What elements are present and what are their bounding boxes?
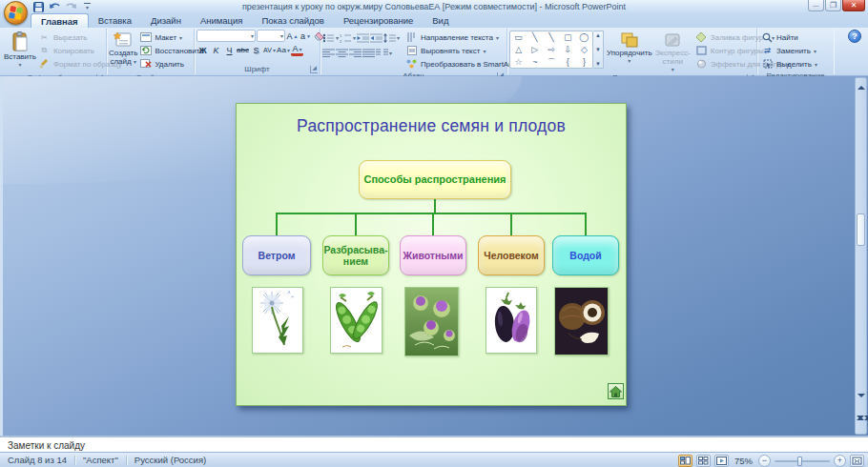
tab-vstavka[interactable]: Вставка xyxy=(89,13,141,28)
more-shapes-icon[interactable]: ▼ xyxy=(595,61,601,67)
convert-smartart-button[interactable]: Преобразовать в SmartArt▾ xyxy=(403,57,521,71)
arrange-button[interactable]: Упорядочить ▾ xyxy=(607,30,652,72)
zoom-in-button[interactable]: + xyxy=(834,455,846,467)
quick-styles-button[interactable]: Экспресс-стили ▾ xyxy=(655,30,691,72)
shape-icon[interactable]: ▢ xyxy=(560,31,576,44)
shape-icon[interactable]: } xyxy=(576,56,592,69)
grow-font-button[interactable]: А▲ xyxy=(286,30,299,42)
diagram-box-razbrasyvaniem[interactable]: Разбрасыва-нием xyxy=(322,235,389,275)
increase-indent-button[interactable] xyxy=(370,31,382,44)
new-slide-button[interactable]: Создать слайд ▾ xyxy=(109,30,137,72)
shape-icon[interactable]: ⇩ xyxy=(560,44,576,56)
shape-icon[interactable]: ╲ xyxy=(543,31,559,44)
slide[interactable]: Распространение семян и плодов Способы р… xyxy=(236,103,627,406)
align-left-button[interactable] xyxy=(322,47,335,59)
shape-icon[interactable]: ◯ xyxy=(576,31,592,44)
normal-view-button[interactable] xyxy=(678,455,692,467)
scroll-down-icon[interactable]: ▼ xyxy=(595,47,601,52)
language-indicator[interactable]: Русский (Россия) xyxy=(127,455,214,465)
character-spacing-button[interactable]: AV▾ xyxy=(263,44,276,56)
tab-dizain[interactable]: Дизайн xyxy=(141,13,191,28)
image-coconut[interactable] xyxy=(554,287,609,355)
image-eggplants[interactable] xyxy=(486,287,537,354)
slide-sorter-view-button[interactable] xyxy=(696,455,711,467)
shape-icon[interactable]: ⇨ xyxy=(543,44,559,56)
zoom-level[interactable]: 75% xyxy=(733,456,754,466)
font-family-select[interactable]: ▾ xyxy=(196,30,256,42)
tab-retsenzirovanie[interactable]: Рецензирование xyxy=(334,13,423,28)
image-dandelion[interactable] xyxy=(252,287,303,354)
shape-icon[interactable]: ◇ xyxy=(576,44,592,56)
notes-pane[interactable]: Заметки к слайду xyxy=(0,436,868,452)
shape-icon[interactable]: ╲ xyxy=(527,31,543,44)
office-button[interactable] xyxy=(4,1,28,25)
diagram-box-vodoi[interactable]: Водой xyxy=(552,235,619,275)
tab-vid[interactable]: Вид xyxy=(423,13,458,28)
diagram-root-box[interactable]: Способы распространения xyxy=(359,160,511,199)
slide-title[interactable]: Распространение семян и плодов xyxy=(237,116,626,136)
bullets-button[interactable]: ▾ xyxy=(322,31,339,44)
minimize-button[interactable]: — xyxy=(808,0,824,11)
align-text-button[interactable]: Выровнять текст▾ xyxy=(403,44,521,57)
bold-button[interactable]: Ж xyxy=(196,44,209,56)
change-case-button[interactable]: Аа▾ xyxy=(277,44,290,56)
line-spacing-button[interactable]: ▾ xyxy=(383,31,400,44)
zoom-out-button[interactable]: − xyxy=(758,455,771,467)
close-button[interactable]: ✕ xyxy=(842,0,865,11)
font-color-button[interactable]: А▾ xyxy=(291,45,303,56)
decrease-indent-button[interactable] xyxy=(357,31,369,44)
paste-button[interactable]: Вставить ▾ xyxy=(4,30,36,72)
shrink-font-button[interactable]: а▼ xyxy=(300,30,312,42)
next-slide-button[interactable] xyxy=(857,419,866,432)
font-dialog-launcher-icon[interactable]: ◢ xyxy=(310,66,318,73)
replace-button[interactable]: ⇄ Заменить▾ xyxy=(759,44,818,57)
shapes-gallery-scroll[interactable]: ▲ ▼ ▼ xyxy=(593,30,604,69)
diagram-box-vetrom[interactable]: Ветром xyxy=(242,235,311,275)
help-button[interactable]: ? xyxy=(848,30,861,43)
tab-pokaz-slaidov[interactable]: Показ слайдов xyxy=(253,13,334,28)
diagram-box-zhivotnymi[interactable]: Животными xyxy=(400,235,466,275)
select-button[interactable]: Выделить▾ xyxy=(759,57,819,71)
redo-icon[interactable] xyxy=(65,2,77,12)
text-shadow-button[interactable]: S xyxy=(250,44,262,56)
shape-icon[interactable]: ☆ xyxy=(510,56,527,69)
zoom-slider[interactable] xyxy=(775,455,830,467)
slideshow-view-button[interactable] xyxy=(714,455,729,467)
shape-icon[interactable]: ⌒ xyxy=(543,56,559,69)
text-direction-button[interactable]: Направление текста▾ xyxy=(403,30,521,44)
find-button[interactable]: Найти xyxy=(759,30,800,44)
tab-animatsiya[interactable]: Анимация xyxy=(191,13,253,28)
image-pea-pods[interactable] xyxy=(330,287,382,354)
tab-glavnaya[interactable]: Главная xyxy=(31,13,89,28)
scroll-down-button[interactable] xyxy=(857,397,865,403)
fit-to-window-button[interactable] xyxy=(850,455,864,467)
shape-icon[interactable]: ~ xyxy=(527,56,543,69)
diagram-box-chelovekom[interactable]: Человеком xyxy=(478,235,545,275)
strikethrough-button[interactable]: abc xyxy=(237,44,249,56)
vertical-scrollbar[interactable] xyxy=(855,77,867,435)
shape-icon[interactable]: ▷ xyxy=(527,44,543,56)
font-size-select[interactable]: ▾ xyxy=(257,30,285,42)
scroll-up-button[interactable] xyxy=(857,80,865,86)
home-action-button[interactable] xyxy=(608,383,624,399)
columns-button[interactable]: ▾ xyxy=(376,47,392,59)
shape-icon[interactable]: △ xyxy=(510,44,527,56)
underline-button[interactable]: Ч xyxy=(223,44,236,56)
align-center-button[interactable] xyxy=(336,47,348,59)
zoom-slider-thumb[interactable] xyxy=(797,457,802,466)
undo-icon[interactable] xyxy=(49,2,61,12)
scroll-up-icon[interactable]: ▲ xyxy=(595,32,601,38)
qat-customize-button[interactable]: ▾ xyxy=(81,2,93,12)
justify-button[interactable] xyxy=(362,47,375,59)
maximize-button[interactable]: ❐ xyxy=(825,0,841,11)
numbering-button[interactable]: 12▾ xyxy=(340,31,356,44)
italic-button[interactable]: K xyxy=(210,44,222,56)
scrollbar-thumb[interactable] xyxy=(857,213,865,246)
theme-name[interactable]: "Аспект" xyxy=(75,455,126,465)
shape-icon[interactable]: { xyxy=(560,56,576,69)
shapes-gallery[interactable]: ▭╲╲▢◯△▷⇨⇩◇☆~⌒{} xyxy=(509,30,593,69)
align-right-button[interactable] xyxy=(349,47,362,59)
image-burdock-flowers[interactable] xyxy=(404,287,459,356)
save-icon[interactable] xyxy=(32,2,45,12)
shape-icon[interactable]: ▭ xyxy=(510,31,527,44)
